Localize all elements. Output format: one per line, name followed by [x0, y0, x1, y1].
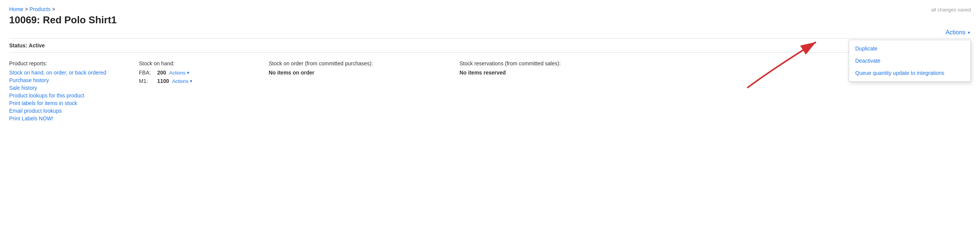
link-purchase-history[interactable]: Purchase history	[9, 77, 49, 83]
all-changes-saved: all changes saved	[931, 7, 971, 13]
link-print-labels-now[interactable]: Print Labels NOW!	[9, 115, 53, 122]
fba-value: 200	[157, 70, 166, 76]
status-active: Active	[29, 42, 45, 49]
breadcrumb-home[interactable]: Home	[9, 6, 23, 12]
no-items-on-order: No items on order	[269, 70, 459, 76]
actions-caret-icon: ▼	[967, 31, 971, 35]
actions-button-label: Actions	[946, 29, 965, 36]
stock-on-hand-col: Stock on hand: FBA: 200 Actions ▼ M1: 11…	[139, 60, 269, 123]
stock-on-order-header: Stock on order (from committed purchases…	[269, 60, 459, 66]
m1-actions-caret: ▼	[189, 79, 193, 83]
breadcrumb: Home > Products >	[9, 6, 55, 12]
link-stock-on-hand[interactable]: Stock on hand, on order, or back ordered	[9, 70, 106, 76]
m1-actions-label: Actions	[172, 78, 189, 84]
no-items-reserved: No items reserved	[459, 70, 650, 76]
page-title: 10069: Red Polo Shirt1	[9, 14, 971, 26]
dropdown-item-deactivate[interactable]: Deactivate	[849, 55, 970, 67]
actions-row: Actions ▼ Duplicate Deactivate Queue qua…	[9, 29, 971, 36]
fba-actions-label: Actions	[169, 70, 185, 76]
fba-row: FBA: 200 Actions ▼	[139, 70, 269, 76]
link-sale-history[interactable]: Sale history	[9, 85, 37, 91]
main-content-grid: Product reports: Stock on hand, on order…	[9, 60, 971, 123]
stock-reservations-header: Stock reservations (from committed sales…	[459, 60, 650, 66]
actions-button[interactable]: Actions ▼	[946, 29, 971, 36]
breadcrumb-sep1: >	[25, 6, 29, 12]
product-reports-links: Stock on hand, on order, or back ordered…	[9, 70, 139, 122]
m1-actions-button[interactable]: Actions ▼	[172, 78, 193, 84]
status-label: Status:	[9, 42, 27, 49]
stock-on-order-col: Stock on order (from committed purchases…	[269, 60, 459, 123]
actions-dropdown-menu: Duplicate Deactivate Queue quantity upda…	[849, 40, 971, 82]
stock-on-hand-header: Stock on hand:	[139, 60, 269, 66]
status-section: Status: Active	[9, 38, 971, 53]
product-reports-header: Product reports:	[9, 60, 139, 66]
breadcrumb-products[interactable]: Products	[29, 6, 50, 12]
stock-reservations-col: Stock reservations (from committed sales…	[459, 60, 650, 123]
dropdown-item-queue-update[interactable]: Queue quantity update to integrations	[849, 67, 970, 79]
m1-value: 1100	[157, 78, 169, 84]
link-product-lookups[interactable]: Product lookups for this product	[9, 92, 84, 99]
breadcrumb-sep2: >	[52, 6, 55, 12]
m1-row: M1: 1100 Actions ▼	[139, 78, 269, 84]
link-email-lookups[interactable]: Email product lookups	[9, 108, 62, 114]
product-reports-col: Product reports: Stock on hand, on order…	[9, 60, 139, 123]
link-print-labels[interactable]: Print labels for items in stock	[9, 100, 77, 106]
fba-actions-button[interactable]: Actions ▼	[169, 70, 190, 76]
dropdown-item-duplicate[interactable]: Duplicate	[849, 42, 970, 55]
fba-actions-caret: ▼	[186, 71, 190, 75]
fba-label: FBA:	[139, 70, 154, 76]
m1-label: M1:	[139, 78, 154, 84]
